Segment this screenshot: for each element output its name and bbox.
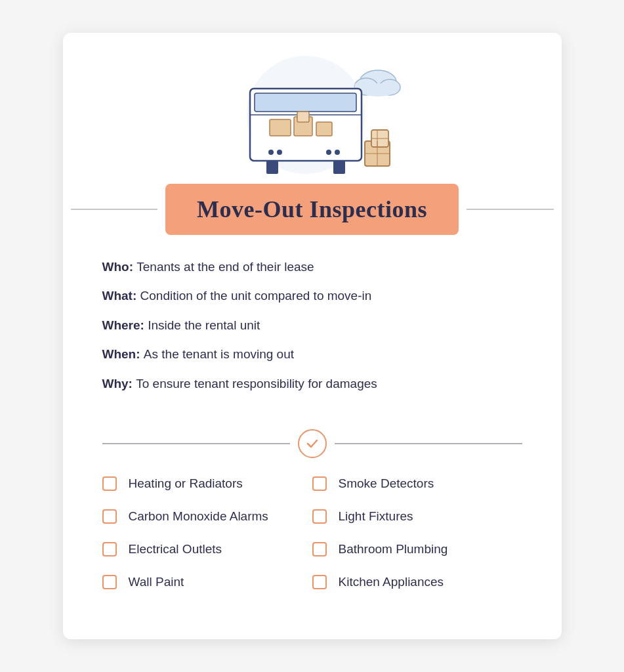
title-banner: Move-Out Inspections — [165, 184, 459, 235]
info-text-why: To ensure tenant responsibility for dama… — [136, 377, 377, 390]
checklist-item-label: Wall Paint — [129, 575, 184, 589]
svg-point-16 — [326, 150, 331, 155]
checkbox-icon — [102, 509, 117, 524]
divider-line-right — [335, 443, 522, 444]
list-item: Smoke Detectors — [312, 476, 522, 491]
divider-check — [102, 429, 522, 458]
checklist-col-left: Heating or Radiators Carbon Monoxide Ala… — [102, 476, 312, 608]
checklist-item-label: Smoke Detectors — [339, 476, 434, 491]
illustration-area — [63, 33, 562, 184]
checklist-item-label: Carbon Monoxide Alarms — [129, 509, 268, 524]
info-text-who: Tenants at the end of their lease — [136, 260, 314, 274]
svg-point-14 — [268, 150, 274, 155]
checklist-item-label: Heating or Radiators — [129, 476, 243, 491]
main-card: Move-Out Inspections Who: Tenants at the… — [63, 33, 562, 640]
svg-rect-8 — [270, 119, 291, 136]
truck-illustration — [214, 46, 411, 184]
list-item: Bathroom Plumbing — [312, 542, 522, 556]
list-item: Kitchen Appliances — [312, 575, 522, 589]
checklist-item-label: Bathroom Plumbing — [339, 542, 448, 556]
checkbox-icon — [312, 509, 327, 524]
info-row-when: When: As the tenant is moving out — [102, 346, 522, 364]
info-section: Who: Tenants at the end of their lease W… — [63, 235, 562, 418]
list-item: Wall Paint — [102, 575, 312, 589]
list-item: Electrical Outlets — [102, 542, 312, 556]
checkbox-icon — [312, 575, 327, 589]
check-circle — [298, 429, 327, 458]
info-row-where: Where: Inside the rental unit — [102, 317, 522, 335]
info-label-why: Why: — [102, 377, 136, 390]
checklist-col-right: Smoke Detectors Light Fixtures Bathroom … — [312, 476, 522, 608]
info-row-why: Why: To ensure tenant responsibility for… — [102, 375, 522, 393]
checkbox-icon — [312, 542, 327, 556]
title-line-right — [467, 209, 554, 210]
list-item: Light Fixtures — [312, 509, 522, 524]
divider-line-left — [102, 443, 290, 444]
title-line-left — [71, 209, 158, 210]
checkbox-icon — [102, 542, 117, 556]
page-title: Move-Out Inspections — [197, 196, 427, 223]
checklist-item-label: Kitchen Appliances — [339, 575, 444, 589]
list-item: Heating or Radiators — [102, 476, 312, 491]
info-row-who: Who: Tenants at the end of their lease — [102, 259, 522, 276]
svg-rect-11 — [297, 112, 309, 122]
info-label-when: When: — [102, 347, 144, 361]
title-banner-wrapper: Move-Out Inspections — [63, 184, 562, 235]
info-label-what: What: — [102, 289, 140, 303]
checklist-section: Heating or Radiators Carbon Monoxide Ala… — [63, 476, 562, 608]
info-text-where: Inside the rental unit — [148, 318, 260, 332]
info-text-when: As the tenant is moving out — [144, 347, 294, 361]
info-row-what: What: Condition of the unit compared to … — [102, 287, 522, 305]
svg-point-3 — [360, 83, 396, 96]
svg-point-17 — [335, 150, 340, 155]
list-item: Carbon Monoxide Alarms — [102, 509, 312, 524]
info-label-where: Where: — [102, 318, 148, 332]
checklist-item-label: Electrical Outlets — [129, 542, 222, 556]
checklist-item-label: Light Fixtures — [339, 509, 413, 524]
svg-rect-10 — [316, 122, 332, 136]
svg-rect-13 — [333, 161, 345, 174]
svg-point-15 — [277, 150, 282, 155]
svg-rect-7 — [255, 93, 356, 112]
info-text-what: Condition of the unit compared to move-i… — [140, 289, 372, 303]
checkbox-icon — [102, 575, 117, 589]
checkbox-icon — [102, 476, 117, 491]
checkmark-icon — [305, 436, 320, 451]
checkbox-icon — [312, 476, 327, 491]
svg-rect-12 — [266, 161, 278, 174]
info-label-who: Who: — [102, 260, 137, 274]
